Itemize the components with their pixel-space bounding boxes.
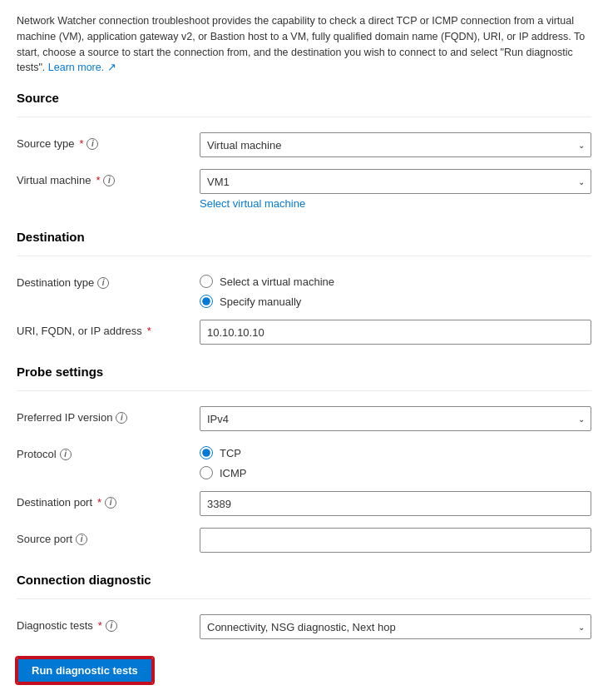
uri-row: URI, FQDN, or IP address * [17,320,591,345]
virtual-machine-control: VM1 ⌄ Select virtual machine [200,169,591,210]
protocol-icmp-radio[interactable] [200,466,213,479]
external-link-icon: ↗ [107,62,116,73]
virtual-machine-select[interactable]: VM1 [200,169,591,194]
diagnostic-tests-select[interactable]: Connectivity, NSG diagnostic, Next hop C… [200,614,591,639]
protocol-tcp-radio[interactable] [200,446,213,459]
source-port-label: Source port i [17,528,200,545]
radio-manually-item[interactable]: Specify manually [200,295,591,308]
dest-port-label: Destination port * i [17,491,200,509]
dest-port-row: Destination port * i [17,491,591,516]
protocol-tcp-label: TCP [220,447,241,459]
protocol-info-icon[interactable]: i [60,449,72,460]
diagnostic-tests-select-wrapper: Connectivity, NSG diagnostic, Next hop C… [200,614,591,639]
info-banner: Network Watcher connection troubleshoot … [17,13,591,76]
protocol-label: Protocol i [17,443,200,460]
probe-settings-title: Probe settings [17,365,591,379]
uri-input[interactable] [200,320,591,345]
radio-virtual-machine-label: Select a virtual machine [220,276,334,288]
source-type-control: Virtual machine Application gateway v2 B… [200,132,591,157]
source-port-row: Source port i [17,528,591,553]
virtual-machine-info-icon[interactable]: i [103,175,115,186]
protocol-tcp-item[interactable]: TCP [200,446,591,459]
destination-divider [17,256,591,256]
destination-section: Destination Destination type i Select a … [17,230,591,345]
uri-control [200,320,591,345]
source-type-label: Source type * i [17,132,200,150]
preferred-ip-row: Preferred IP version i IPv4 IPv6 ⌄ [17,406,591,431]
protocol-icmp-label: ICMP [220,467,247,479]
run-diagnostic-tests-button[interactable]: Run diagnostic tests [17,658,153,683]
source-type-select[interactable]: Virtual machine Application gateway v2 B… [200,132,591,157]
protocol-control: TCP ICMP [200,443,591,479]
virtual-machine-row: Virtual machine * i VM1 ⌄ Select virtual… [17,169,591,210]
radio-virtual-machine-item[interactable]: Select a virtual machine [200,275,591,288]
source-port-control [200,528,591,553]
source-port-info-icon[interactable]: i [76,534,87,545]
diagnostic-tests-label: Diagnostic tests * i [17,614,200,632]
preferred-ip-control: IPv4 IPv6 ⌄ [200,406,591,431]
virtual-machine-label: Virtual machine * i [17,169,200,186]
preferred-ip-label: Preferred IP version i [17,406,200,424]
source-type-row: Source type * i Virtual machine Applicat… [17,132,591,157]
connection-diagnostic-title: Connection diagnostic [17,573,591,587]
destination-type-radio-group: Select a virtual machine Specify manuall… [200,271,591,308]
source-port-input[interactable] [200,528,591,553]
diagnostic-tests-control: Connectivity, NSG diagnostic, Next hop C… [200,614,591,639]
destination-type-row: Destination type i Select a virtual mach… [17,271,591,308]
connection-diagnostic-section: Connection diagnostic Diagnostic tests *… [17,573,591,683]
source-divider [17,117,591,117]
protocol-icmp-item[interactable]: ICMP [200,466,591,479]
radio-manually-label: Specify manually [220,295,301,308]
dest-port-control [200,491,591,516]
source-title: Source [17,91,591,105]
destination-title: Destination [17,230,591,244]
destination-type-info-icon[interactable]: i [97,277,109,289]
preferred-ip-info-icon[interactable]: i [116,412,127,424]
protocol-radio-group: TCP ICMP [200,443,591,479]
radio-virtual-machine[interactable] [200,275,213,288]
source-section: Source Source type * i Virtual machine A… [17,91,591,210]
probe-settings-divider [17,390,591,391]
diagnostic-tests-row: Diagnostic tests * i Connectivity, NSG d… [17,614,591,639]
diagnostic-tests-info-icon[interactable]: i [106,620,117,632]
learn-more-link[interactable]: Learn more. ↗ [48,62,116,73]
connection-diagnostic-divider [17,598,591,599]
preferred-ip-select-wrapper: IPv4 IPv6 ⌄ [200,406,591,431]
preferred-ip-select[interactable]: IPv4 IPv6 [200,406,591,431]
source-type-select-wrapper: Virtual machine Application gateway v2 B… [200,132,591,157]
source-type-info-icon[interactable]: i [87,138,98,150]
destination-type-label: Destination type i [17,271,200,289]
radio-manually[interactable] [200,295,213,308]
protocol-row: Protocol i TCP ICMP [17,443,591,479]
select-virtual-machine-link[interactable]: Select virtual machine [200,197,591,210]
uri-label: URI, FQDN, or IP address * [17,320,200,337]
virtual-machine-select-wrapper: VM1 ⌄ [200,169,591,194]
dest-port-info-icon[interactable]: i [105,497,116,509]
dest-port-input[interactable] [200,491,591,516]
probe-settings-section: Probe settings Preferred IP version i IP… [17,365,591,553]
destination-type-control: Select a virtual machine Specify manuall… [200,271,591,308]
